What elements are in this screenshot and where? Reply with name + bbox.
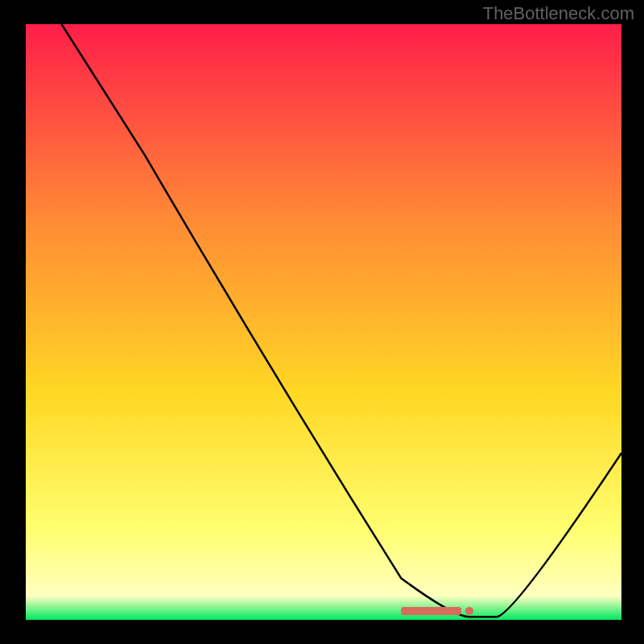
svg-rect-0 bbox=[401, 607, 461, 615]
chart-container: TheBottleneck.com bbox=[0, 0, 644, 644]
svg-point-1 bbox=[465, 607, 473, 615]
plot-background bbox=[26, 24, 621, 620]
bottleneck-chart bbox=[0, 0, 644, 644]
watermark-text: TheBottleneck.com bbox=[483, 3, 634, 24]
